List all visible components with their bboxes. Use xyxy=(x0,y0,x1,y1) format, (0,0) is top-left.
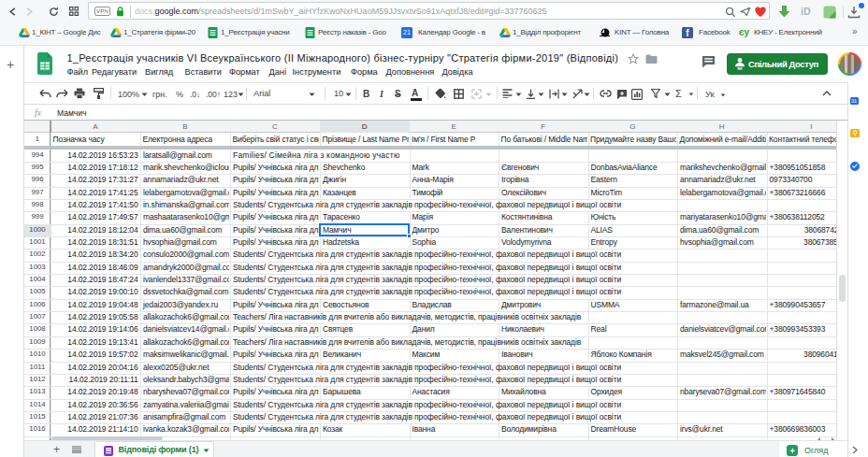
svg-text:GRD: GRD xyxy=(737,66,743,70)
